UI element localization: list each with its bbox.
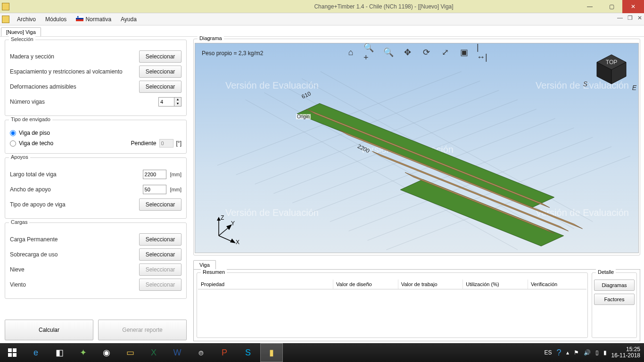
tray-clock[interactable]: 15:25 16-11-2018 — [611, 346, 640, 359]
label-espaciamiento: Espaciamiento y restricciones al volcami… — [10, 68, 123, 75]
tray-help-icon[interactable]: ? — [557, 348, 561, 358]
largo-input[interactable] — [143, 170, 166, 179]
group-seleccion-legend: Selección — [9, 36, 35, 42]
taskbar-skype-icon[interactable]: S — [237, 343, 259, 362]
tray-up-icon[interactable]: ▴ — [566, 349, 569, 356]
taskbar-puzzle-icon[interactable]: ✦ — [72, 343, 94, 362]
document-tab[interactable]: [Nuevo] Viga — [1, 27, 41, 36]
compass-s: S — [583, 80, 587, 88]
svg-marker-11 — [217, 217, 221, 221]
mdi-minimize-button[interactable]: — — [617, 15, 623, 21]
menu-normativa-label: Normativa — [85, 16, 111, 23]
group-resumen-legend: Resumen — [201, 269, 227, 275]
tray-flag-icon[interactable]: ⚑ — [574, 349, 579, 356]
tray-network-icon[interactable]: ▮ — [603, 349, 607, 356]
select-carga-permanente-button[interactable]: Seleccionar — [139, 233, 182, 246]
diagramas-button[interactable]: Diagramas — [594, 280, 635, 291]
group-apoyos: Apoyos Largo total de viga[mm] Ancho de … — [5, 157, 187, 219]
radio-viga-techo-input[interactable] — [10, 140, 16, 147]
taskbar-ie-icon[interactable]: e — [25, 343, 47, 362]
view-cube[interactable]: TOP — [593, 52, 630, 89]
label-sobrecarga: Sobrecarga de uso — [10, 251, 58, 258]
taskbar-app1-icon[interactable]: ◧ — [48, 343, 71, 362]
minimize-button[interactable]: — — [579, 0, 601, 13]
ancho-input[interactable] — [143, 185, 166, 194]
factores-button[interactable]: Factores — [594, 294, 635, 305]
select-deformaciones-button[interactable]: Seleccionar — [139, 81, 182, 93]
select-viento-button: Seleccionar — [139, 279, 182, 291]
largo-unit: [mm] — [170, 172, 182, 177]
tray-date: 16-11-2018 — [611, 353, 640, 359]
label-tipo-apoyo: Tipo de apoyo de viga — [10, 201, 66, 208]
menu-archivo[interactable]: Archivo — [12, 15, 41, 24]
group-envigado: Tipo de envigado Viga de piso Viga de te… — [5, 120, 187, 154]
mdi-restore-button[interactable]: ❐ — [627, 15, 633, 21]
viewport-3d[interactable]: Peso propio = 2,3 kg/m2 ⌂ 🔍+ 🔍 ✥ ⟳ ⤢ ▣ |… — [195, 43, 639, 253]
taskbar-chrome-icon[interactable]: ◉ — [95, 343, 118, 362]
group-diagrama-legend: Diagrama — [198, 35, 224, 41]
menu-normativa[interactable]: Normativa — [71, 15, 116, 24]
radio-viga-techo[interactable]: Viga de techo — [10, 140, 53, 147]
spin-down-button[interactable]: ▼ — [174, 102, 181, 106]
maximize-button[interactable]: ▢ — [601, 0, 622, 13]
select-espaciamiento-button[interactable]: Seleccionar — [139, 66, 182, 78]
group-cargas-legend: Cargas — [9, 219, 29, 225]
calcular-button[interactable]: Calcular — [5, 320, 93, 340]
numero-vigas-input[interactable] — [158, 97, 174, 107]
label-viento: Viento — [10, 281, 26, 288]
taskbar-excel-icon[interactable]: X — [142, 343, 165, 362]
radio-viga-piso-label: Viga de piso — [19, 130, 50, 136]
right-panel: Diagrama Peso propio = 2,3 kg/m2 ⌂ 🔍+ 🔍 … — [191, 37, 644, 343]
group-apoyos-legend: Apoyos — [9, 154, 30, 160]
compass-e: E — [632, 84, 636, 91]
group-envigado-legend: Tipo de envigado — [9, 116, 52, 122]
app-menu-icon — [2, 16, 9, 23]
label-madera: Madera y sección — [10, 53, 54, 60]
menu-bar: Archivo Módulos Normativa Ayuda — ❐ ✕ — [0, 13, 644, 25]
pendiente-input — [159, 139, 173, 148]
radio-viga-piso-input[interactable] — [10, 130, 16, 136]
taskbar-explorer-icon[interactable]: ▭ — [119, 343, 141, 362]
taskbar-changetimber-icon[interactable]: ▮ — [260, 343, 283, 362]
group-cargas: Cargas Carga PermanenteSeleccionar Sobre… — [5, 222, 187, 299]
tray-lang[interactable]: ES — [545, 349, 552, 356]
results-panel: Viga Resumen Propiedad Valor de diseño V… — [193, 260, 640, 341]
dim-2200: 2200 — [356, 143, 371, 154]
label-carga-permanente: Carga Permanente — [10, 236, 58, 243]
axis-widget: Z Y X — [206, 215, 242, 246]
select-tipo-apoyo-button[interactable]: Seleccionar — [139, 198, 182, 211]
chile-flag-icon — [76, 16, 83, 21]
close-button[interactable]: ✕ — [622, 0, 644, 13]
svg-marker-1 — [400, 180, 563, 246]
menu-modulos[interactable]: Módulos — [41, 15, 71, 24]
spin-up-button[interactable]: ▲ — [174, 98, 181, 102]
model-svg: 610 2200 — [195, 43, 638, 253]
taskbar-hp-icon[interactable]: ⌾ — [190, 343, 212, 362]
mdi-close-button[interactable]: ✕ — [637, 15, 642, 21]
start-button[interactable] — [1, 343, 24, 362]
tray-battery-icon[interactable]: ▯ — [595, 349, 599, 356]
results-tab-viga[interactable]: Viga — [193, 260, 216, 269]
origin-label: Origin — [296, 114, 311, 119]
radio-viga-techo-label: Viga de techo — [19, 140, 53, 147]
taskbar: e ◧ ✦ ◉ ▭ X W ⌾ P S ▮ ES ? ▴ ⚑ 🔊 ▯ ▮ 15:… — [0, 343, 644, 362]
radio-viga-piso[interactable]: Viga de piso — [10, 130, 182, 136]
group-detalle: Detalle Diagramas Factores — [592, 272, 637, 338]
taskbar-word-icon[interactable]: W — [166, 343, 189, 362]
menu-ayuda[interactable]: Ayuda — [116, 15, 141, 24]
results-table-header: Propiedad Valor de diseño Valor de traba… — [198, 280, 586, 289]
label-largo: Largo total de viga — [10, 171, 57, 178]
col-valor-trabajo: Valor de trabajo — [398, 280, 463, 289]
tray-volume-icon[interactable]: 🔊 — [584, 349, 591, 356]
pendiente-unit: [°] — [176, 140, 182, 147]
window-title: Change+Timber 1.4 - Chile (NCh 1198) - [… — [189, 3, 579, 10]
col-valor-diseno: Valor de diseño — [333, 280, 398, 289]
label-pendiente: Pendiente — [131, 140, 156, 147]
taskbar-powerpoint-icon[interactable]: P — [213, 343, 236, 362]
svg-marker-13 — [230, 239, 236, 243]
select-nieve-button: Seleccionar — [139, 263, 182, 276]
select-sobrecarga-button[interactable]: Seleccionar — [139, 248, 182, 261]
dim-610: 610 — [301, 90, 312, 100]
select-madera-button[interactable]: Seleccionar — [139, 50, 182, 63]
app-icon — [2, 3, 9, 10]
